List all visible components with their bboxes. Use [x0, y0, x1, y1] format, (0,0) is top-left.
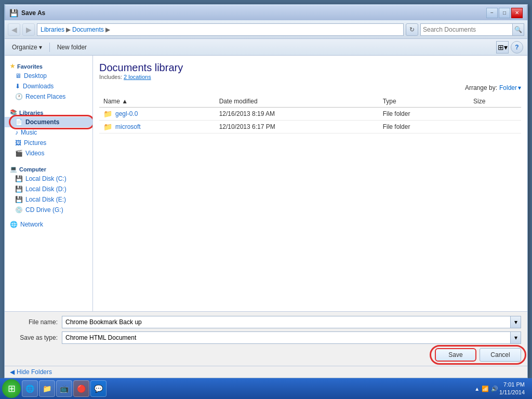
column-name[interactable]: Name ▲ — [99, 96, 215, 108]
arrange-bar: Arrange by: Folder ▾ — [99, 84, 521, 91]
library-locations-link[interactable]: 2 locations — [124, 74, 151, 80]
search-input[interactable] — [421, 26, 512, 33]
refresh-button[interactable]: ↻ — [406, 23, 418, 36]
sidebar-item-pictures[interactable]: 🖼 Pictures — [5, 138, 92, 148]
local-c-icon: 💾 — [15, 175, 23, 182]
file-name-input[interactable] — [62, 316, 511, 328]
downloads-icon: ⬇ — [15, 83, 20, 90]
sidebar: ★ Favorites 🖥 Desktop ⬇ Downloads 🕐 Rece… — [5, 56, 93, 311]
column-date-modified[interactable]: Date modified — [215, 96, 379, 108]
folder-icon: 📁 — [103, 123, 112, 131]
column-type[interactable]: Type — [379, 96, 469, 108]
bottom-buttons: Save Cancel — [11, 348, 521, 362]
arrange-chevron-icon: ▾ — [518, 84, 521, 91]
cd-drive-icon: 💿 — [15, 206, 23, 214]
search-box: 🔍 — [420, 23, 524, 36]
back-button[interactable]: ◀ — [8, 23, 20, 36]
sidebar-item-videos[interactable]: 🎬 Videos — [5, 148, 92, 158]
libraries-section[interactable]: 📚 Libraries — [5, 106, 92, 117]
sidebar-item-recent-places[interactable]: 🕐 Recent Places — [5, 91, 92, 102]
sidebar-item-downloads[interactable]: ⬇ Downloads — [5, 81, 92, 91]
save-button[interactable]: Save — [435, 348, 476, 362]
file-table: Name ▲ Date modified Type Size — [99, 96, 521, 134]
sidebar-item-documents[interactable]: 📄 Documents — [5, 117, 92, 127]
sidebar-item-local-c[interactable]: 💾 Local Disk (C:) — [5, 174, 92, 184]
taskbar: ⊞ 🌐 📁 📺 🔴 💬 ▲ 📶 🔊 7:01 PM 1/11/2014 — [0, 378, 532, 399]
title-bar-title: Save As — [21, 9, 486, 17]
view-icon: ⊞ — [498, 43, 504, 51]
sidebar-item-local-e[interactable]: 💾 Local Disk (E:) — [5, 194, 92, 205]
hide-folders-bar[interactable]: ◀ Hide Folders — [5, 366, 527, 378]
close-button[interactable]: ✕ — [511, 8, 523, 18]
sidebar-item-desktop[interactable]: 🖥 Desktop — [5, 71, 92, 81]
local-e-icon: 💾 — [15, 196, 23, 203]
taskbar-clock[interactable]: 7:01 PM 1/11/2014 — [499, 381, 525, 397]
cancel-button[interactable]: Cancel — [480, 348, 521, 362]
breadcrumb: Libraries ▶ Documents ▶ — [37, 23, 404, 36]
videos-icon: 🎬 — [15, 150, 23, 157]
title-bar-icon: 💾 — [9, 9, 18, 17]
title-bar: 💾 Save As − □ ✕ — [5, 5, 527, 20]
search-icon[interactable]: 🔍 — [512, 24, 524, 35]
favorites-section[interactable]: ★ Favorites — [5, 60, 92, 71]
toolbar: Organize ▾ New folder ⊞ ▾ ? — [5, 39, 527, 56]
taskbar-media[interactable]: 📺 — [56, 380, 72, 397]
sidebar-item-network[interactable]: 🌐 Network — [5, 219, 92, 230]
new-folder-button[interactable]: New folder — [54, 43, 90, 52]
recent-places-icon: 🕐 — [15, 93, 23, 100]
computer-section[interactable]: 💻 Computer — [5, 163, 92, 174]
taskbar-skype[interactable]: 💬 — [90, 380, 107, 397]
minimize-button[interactable]: − — [486, 8, 498, 18]
tray-network-icon: 📶 — [482, 385, 489, 392]
sidebar-item-music[interactable]: ♪ Music — [5, 127, 92, 138]
libraries-icon: 📚 — [10, 109, 17, 116]
start-button[interactable]: ⊞ — [2, 379, 21, 398]
title-bar-buttons: − □ ✕ — [486, 8, 523, 18]
favorites-icon: ★ — [10, 63, 15, 70]
file-area-header: Documents library Includes: 2 locations — [99, 62, 521, 80]
help-button[interactable]: ? — [511, 41, 523, 54]
view-button[interactable]: ⊞ ▾ — [496, 41, 509, 54]
taskbar-explorer[interactable]: 📁 — [39, 380, 55, 397]
help-icon: ? — [515, 44, 518, 51]
tray-volume-icon[interactable]: 🔊 — [491, 385, 498, 392]
sort-icon: ▲ — [122, 98, 128, 105]
maximize-button[interactable]: □ — [499, 8, 510, 18]
file-name-dropdown-arrow[interactable]: ▾ — [511, 316, 521, 328]
pictures-icon: 🖼 — [15, 139, 21, 147]
desktop-icon: 🖥 — [15, 72, 21, 79]
sidebar-item-cd-drive[interactable]: 💿 CD Drive (G:) — [5, 205, 92, 215]
taskbar-chrome[interactable]: 🔴 — [73, 380, 89, 397]
table-row[interactable]: 📁 microsoft 12/10/2013 6:17 PM File fold… — [99, 121, 521, 134]
table-row[interactable]: 📁 gegl-0.0 12/16/2013 8:19 AM File folde… — [99, 108, 521, 121]
save-as-type-dropdown-arrow[interactable]: ▾ — [511, 331, 521, 344]
local-d-icon: 💾 — [15, 185, 23, 193]
file-area: Documents library Includes: 2 locations … — [93, 56, 527, 311]
arrange-dropdown[interactable]: Folder ▾ — [499, 84, 521, 91]
hide-folders-arrow-icon: ◀ — [10, 368, 15, 376]
forward-button[interactable]: ▶ — [22, 23, 35, 36]
file-type-row: Save as type: ▾ — [11, 331, 521, 344]
tray-arrow-icon[interactable]: ▲ — [474, 386, 480, 392]
breadcrumb-item-documents[interactable]: Documents — [72, 26, 104, 33]
view-dropdown-icon: ▾ — [504, 43, 508, 51]
save-as-type-label: Save as type: — [11, 334, 58, 341]
sidebar-item-local-d[interactable]: 💾 Local Disk (D:) — [5, 184, 92, 194]
breadcrumb-item-libraries[interactable]: Libraries — [41, 26, 64, 33]
save-as-type-input[interactable] — [62, 331, 511, 344]
folder-icon: 📁 — [103, 110, 112, 118]
computer-icon: 💻 — [10, 166, 17, 172]
file-name-row: File name: ▾ — [11, 316, 521, 328]
library-subtitle: Includes: 2 locations — [99, 74, 521, 80]
library-title: Documents library — [99, 62, 521, 74]
organize-button[interactable]: Organize ▾ — [9, 43, 45, 52]
nav-bar: ◀ ▶ Libraries ▶ Documents ▶ ↻ 🔍 — [5, 20, 527, 39]
taskbar-ie[interactable]: 🌐 — [22, 380, 38, 397]
file-name-label: File name: — [11, 318, 58, 326]
content-area: ★ Favorites 🖥 Desktop ⬇ Downloads 🕐 Rece… — [5, 56, 527, 311]
network-icon: 🌐 — [10, 221, 18, 228]
bottom-area: File name: ▾ Save as type: ▾ Save Cancel — [5, 311, 527, 366]
documents-icon: 📄 — [15, 118, 23, 126]
organize-dropdown-icon: ▾ — [39, 44, 42, 51]
column-size[interactable]: Size — [469, 96, 521, 108]
